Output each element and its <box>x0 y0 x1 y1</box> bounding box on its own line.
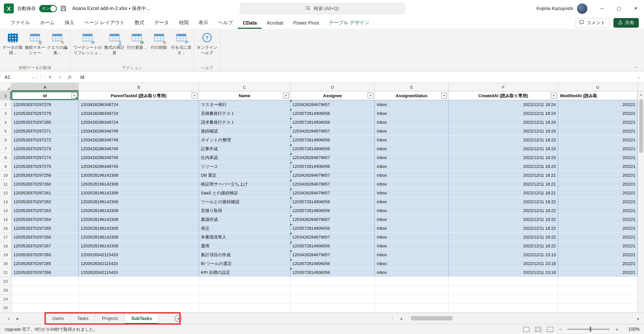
row-header[interactable]: 22 <box>0 277 12 286</box>
update-rows-button[interactable]: ⟳ 行の更新⌄ <box>126 30 148 50</box>
cell[interactable]: 見積書発行テスト <box>199 109 290 118</box>
cell-c1[interactable]: Name▼ <box>199 92 290 100</box>
cell[interactable]: 1203572814906056 <box>290 242 375 250</box>
column-header-g[interactable]: G <box>558 83 638 92</box>
row-header[interactable]: 5 <box>0 127 12 136</box>
zoom-in-button[interactable]: + <box>616 326 618 332</box>
sheet-tab-users[interactable]: Users <box>45 313 71 324</box>
page-layout-view-icon[interactable] <box>535 327 541 332</box>
cell[interactable] <box>290 304 375 312</box>
cell[interactable]: 1203426284679657 <box>290 153 375 162</box>
cell[interactable]: 2022/1 <box>558 259 638 268</box>
cell[interactable]: 1203572814906056 <box>290 259 375 268</box>
cell[interactable]: 1203426284679657 <box>290 100 375 109</box>
cell[interactable]: 2022/12/11 18:21 <box>449 180 558 188</box>
row-header[interactable]: 3 <box>0 109 12 118</box>
row-header[interactable]: 19 <box>0 250 12 259</box>
cell[interactable]: 2022/12/11 18:21 <box>449 188 558 198</box>
cell[interactable]: 2022/12/11 23:18 <box>449 268 558 277</box>
row-header[interactable]: 11 <box>0 180 12 188</box>
cell-e1[interactable]: AssigneeStatus▼ <box>375 92 449 100</box>
row-header[interactable]: 4 <box>0 118 12 127</box>
cell[interactable]: 1203528370297278 <box>12 100 79 109</box>
row-header[interactable]: 18 <box>0 242 12 250</box>
cell[interactable] <box>12 286 79 295</box>
cell[interactable]: 1203528370297266 <box>12 233 79 242</box>
cell[interactable]: 2022/1 <box>558 162 638 171</box>
cell[interactable]: 2022/1 <box>558 233 638 242</box>
cell-f1[interactable]: CreatedAt (読み取り専用)▼ <box>449 92 558 100</box>
cell[interactable] <box>449 304 558 312</box>
cell[interactable]: inbox <box>375 224 449 233</box>
cell[interactable] <box>375 304 449 312</box>
close-button[interactable]: ✕ <box>627 0 644 17</box>
cell[interactable]: inbox <box>375 268 449 277</box>
cell[interactable]: 2022/1 <box>558 206 638 215</box>
zoom-level[interactable]: 100% <box>624 327 640 332</box>
row-header[interactable]: 6 <box>0 136 12 144</box>
cell[interactable]: 2022/1 <box>558 100 638 109</box>
row-header[interactable]: 21 <box>0 268 12 277</box>
cell[interactable] <box>12 295 79 304</box>
cell[interactable]: 1203528370297271 <box>12 127 79 136</box>
cell-g1[interactable]: ModifiedAt (読み取 <box>558 92 638 100</box>
sheet-tab-subtasks[interactable]: SubTasks <box>125 313 159 324</box>
cell[interactable]: 1203572814906056 <box>290 162 375 171</box>
row-header[interactable]: 7 <box>0 144 12 153</box>
cell[interactable]: inbox <box>375 242 449 250</box>
cell[interactable]: 1203528196142308 <box>79 224 199 233</box>
excel-logo-icon[interactable]: X <box>4 4 14 14</box>
name-box[interactable]: A1 ⌄ <box>0 72 37 82</box>
cell[interactable]: 1203528342115420 <box>79 250 199 259</box>
filter-button[interactable]: ▼ <box>551 93 556 98</box>
cancel-icon[interactable]: ✕ <box>45 74 55 80</box>
scroll-left-icon[interactable]: ◂ <box>397 316 405 320</box>
cell-a1[interactable]: Id▼ <box>12 92 79 100</box>
cell[interactable]: inbox <box>375 118 449 127</box>
cell[interactable]: inbox <box>375 153 449 162</box>
cell[interactable]: 2022/12/11 18:22 <box>449 242 558 250</box>
cell[interactable]: 2022/12/11 18:24 <box>449 118 558 127</box>
edit-query-button[interactable]: ✎ クエリの編集... <box>46 30 68 56</box>
cell[interactable]: 2022/12/11 18:22 <box>449 224 558 233</box>
refresh-worksheet-button[interactable]: ⟳ ワークシートのリフレッシュ⌄ <box>72 30 103 56</box>
cell[interactable]: 検証用サーバー立ち上げ <box>199 180 290 188</box>
connection-manager-button[interactable]: ⚙ 接続マネージャー <box>24 30 46 56</box>
cell[interactable]: 1203426284679657 <box>290 233 375 242</box>
cell[interactable] <box>290 277 375 286</box>
cell[interactable] <box>79 304 199 312</box>
cell[interactable]: 1203572814906056 <box>290 268 375 277</box>
cell[interactable]: 請求書発行テスト <box>199 118 290 127</box>
cell[interactable]: inbox <box>375 127 449 136</box>
filter-button[interactable]: ▼ <box>441 93 447 98</box>
cell[interactable]: 2022/12/11 18:23 <box>449 162 558 171</box>
cell[interactable]: 2022/1 <box>558 180 638 188</box>
scroll-right-icon[interactable]: ▸ <box>634 316 643 320</box>
delete-rows-button[interactable]: ✕ 行の削除 <box>148 30 170 50</box>
cell[interactable]: 2022/12/11 18:22 <box>449 206 558 215</box>
cell[interactable]: inbox <box>375 198 449 206</box>
cell[interactable] <box>375 295 449 304</box>
tab-cdata[interactable]: CData <box>238 17 262 29</box>
cell[interactable]: 1203426284679657 <box>290 250 375 259</box>
cell[interactable]: 2022/1 <box>558 171 638 180</box>
maximize-button[interactable]: ▢ <box>610 0 627 17</box>
cell[interactable]: 1203572814906056 <box>290 206 375 215</box>
cell[interactable]: inbox <box>375 144 449 153</box>
cell[interactable]: 1203528370297286 <box>12 268 79 277</box>
cell[interactable]: inbox <box>375 109 449 118</box>
cell[interactable]: 1203528370297264 <box>12 215 79 224</box>
cell[interactable]: 発注 <box>199 224 290 233</box>
row-header[interactable]: 13 <box>0 198 12 206</box>
cell[interactable]: 2022/1 <box>558 118 638 127</box>
cell[interactable]: 2022/12/11 18:22 <box>449 233 558 242</box>
cell[interactable]: 本番環境導入 <box>199 233 290 242</box>
tab-review[interactable]: 校閲 <box>174 17 194 29</box>
cell[interactable]: BI ツールの選定 <box>199 259 290 268</box>
cell[interactable]: 2022/1 <box>558 224 638 233</box>
cell[interactable]: 1203528370297267 <box>12 242 79 250</box>
sheet-tab-projects[interactable]: Projects <box>96 313 125 324</box>
column-header-a[interactable]: A <box>12 83 79 92</box>
cell[interactable]: inbox <box>375 215 449 224</box>
cell[interactable]: 1203528370297285 <box>12 259 79 268</box>
